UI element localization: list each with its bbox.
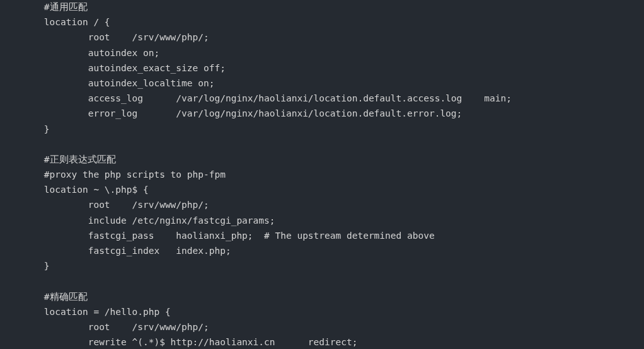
nginx-config-code: #通用匹配 location / { root /srv/www/php/; a… <box>0 0 644 349</box>
code-content: #通用匹配 location / { root /srv/www/php/; a… <box>0 2 512 349</box>
